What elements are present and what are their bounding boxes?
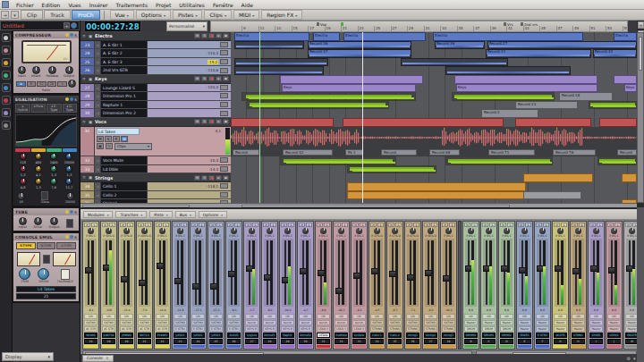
fader[interactable] (335, 239, 347, 307)
track-row-23[interactable]: 23◁A. E Gtr 1 (80, 41, 231, 50)
io-button[interactable]: I/O (554, 314, 567, 319)
clip-record-18[interactable]: Record 18 (559, 92, 613, 101)
eq-freq-knob-high[interactable]: 20000 (62, 153, 77, 164)
menu-item-vues[interactable]: Vues (64, 1, 84, 9)
solo-button[interactable]: S (109, 223, 115, 227)
drywet-knob[interactable] (68, 80, 76, 88)
solo-button[interactable]: S (306, 223, 312, 227)
fader[interactable] (103, 239, 114, 307)
eq-band-chip-low[interactable] (15, 148, 30, 152)
io-button[interactable]: I/O (317, 314, 330, 319)
track-row-28[interactable]: 28◁Dimension Pro 1 (80, 92, 231, 101)
solo-icon[interactable]: S (74, 210, 77, 215)
console-type-button-a-type[interactable]: A-TYPE (56, 242, 76, 249)
channel-strip-21[interactable]: MSP 100% G-7,4I/OGATNOAC GTR9073 b21 (136, 221, 153, 349)
solo-button[interactable]: S (201, 76, 208, 81)
channel-strip-34[interactable]: MSP 17% G-4,5I/OGATNOSTRINGCello 134 (369, 221, 386, 349)
solo-button[interactable]: S (449, 223, 455, 227)
mute-button[interactable]: M (554, 223, 560, 227)
console-tab[interactable]: Console× (82, 355, 114, 362)
pan-knob[interactable] (539, 228, 546, 234)
insert-slot[interactable]: Aucun (281, 320, 294, 325)
track-row-expanded-31[interactable]: 31Ld Takes-4,1MSRW▦✎Clips▾ (80, 127, 231, 157)
solo-button[interactable]: S (216, 223, 223, 227)
preset-icon[interactable] (65, 235, 69, 239)
insert-slot[interactable]: Master (518, 320, 531, 325)
output-slot[interactable]: AC GTR (84, 326, 97, 332)
archive-button[interactable]: ▸ (216, 175, 222, 181)
solo-button[interactable]: S (360, 223, 366, 227)
insert-slot[interactable]: Master (554, 320, 567, 325)
bus-strip-E[interactable]: MSP 0% C0,0I/OMasterMasterBSSESE (516, 221, 533, 349)
eq-lp-knob[interactable]: 20000 (65, 192, 75, 204)
close-icon[interactable]: × (106, 355, 109, 361)
clip-record-32[interactable]: Record 32 (593, 49, 637, 58)
eq-icon[interactable] (2, 46, 11, 55)
clip[interactable] (231, 118, 334, 127)
solo-button[interactable]: S (507, 223, 513, 227)
scrollbar-thumb[interactable] (639, 37, 642, 71)
ratio-button-8[interactable]: 8 (27, 81, 37, 87)
insert-slot[interactable]: Aucun (263, 320, 276, 325)
track-row-33[interactable]: 33◁Ld Dble-14,3 (80, 165, 231, 174)
channel-strip-24[interactable]: MSP 0% C-17,1I/OGATNOE GTR2JLEGt224 (190, 221, 207, 349)
console-knob-drive[interactable]: DRIVE (38, 268, 49, 283)
record-button[interactable]: ● (208, 119, 215, 124)
channel-strip-35[interactable]: MSP 17% D-6,7I/OGATNOSTRINGCello 235 (386, 221, 403, 349)
solo-button[interactable]: S (181, 223, 187, 227)
freeze-button[interactable]: ▪ (223, 119, 229, 124)
io-button[interactable]: I/O (209, 314, 223, 319)
solo-button[interactable]: S (413, 223, 419, 227)
mute-button[interactable]: M (245, 223, 251, 227)
io-button[interactable]: I/O (518, 314, 531, 319)
vertical-scrollbar[interactable] (637, 32, 644, 203)
take-lane-clip-record[interactable]: Record (233, 149, 259, 156)
tube-type-switch[interactable] (66, 219, 73, 228)
playhead-marker[interactable] (341, 21, 344, 27)
output-slot[interactable]: Master (536, 326, 549, 332)
channel-strip-30[interactable]: MSP 0% C-4,7I/OAucunKEYS BDmnsP230 (297, 221, 314, 349)
io-button[interactable]: I/O (263, 314, 276, 319)
insert-slot[interactable]: GATNO (174, 320, 187, 325)
solo-button[interactable]: S (489, 223, 496, 227)
insert-slot[interactable]: Master (482, 320, 496, 325)
take-lane-clip-record-42[interactable]: Record 42 (283, 149, 333, 156)
channel-strip-28[interactable]: MSP 0% C-9,2I/OAucunKEYS BDmnsP128 (261, 221, 278, 349)
compressor-knob-attack[interactable]: Attack (31, 66, 41, 78)
edit-icon[interactable]: ✎ (106, 143, 113, 149)
clip-electra[interactable]: Electra (343, 32, 426, 41)
channel-strip-26[interactable]: MSP 0% C-9,3I/OGATNOE GTR32ndVG26 (225, 221, 242, 349)
eq-q-knob-low[interactable]: 1,3 (15, 165, 30, 177)
channel-strip-38[interactable]: MSP 0% C-10,2I/OGATNOSTRINGString338 (440, 221, 457, 349)
menu-item-traitements[interactable]: Traitements (113, 1, 151, 9)
channel-strip-18[interactable]: MSP 0% C-6,2I/OGATNOAC GTRN100018 (82, 221, 99, 349)
io-button[interactable]: I/O (464, 314, 478, 319)
clip[interactable] (452, 92, 555, 101)
clip[interactable] (347, 165, 436, 174)
clip[interactable] (589, 101, 637, 110)
insert-slot[interactable]: Master (572, 320, 585, 325)
solo-icon[interactable]: S (74, 33, 77, 38)
pan-knob[interactable] (445, 228, 452, 234)
pan-knob[interactable] (320, 228, 326, 234)
mute-button[interactable]: M (625, 223, 631, 227)
menu-item-utilitaires[interactable]: Utilitaires (175, 1, 208, 9)
rack-power-button[interactable] (71, 22, 77, 29)
pan-knob[interactable] (504, 228, 510, 234)
bus-strip-F[interactable]: MSP 0% C0,0I/OMasterMasterE.GTRSF (534, 221, 551, 349)
clip-electra[interactable]: Electra (433, 32, 583, 41)
io-button[interactable]: I/O (424, 314, 437, 319)
fx-button[interactable] (220, 93, 228, 98)
take-lane-clip-record-71[interactable]: Record 71 (488, 149, 535, 156)
fader[interactable] (121, 239, 132, 307)
solo-button[interactable]: S (105, 136, 112, 142)
clip-record-36[interactable]: Record 36 (308, 41, 411, 50)
eq-freq-knob-hmf[interactable]: 2400 (47, 153, 62, 164)
ratio-button-12[interactable]: 12 (37, 81, 47, 87)
solo-button[interactable]: S (201, 33, 208, 38)
mute-button[interactable]: M (191, 223, 198, 227)
mute-button[interactable]: M (388, 223, 394, 227)
mute-button[interactable]: M (102, 223, 108, 227)
trackview-menu-midi[interactable]: MIDI▾ (233, 10, 259, 20)
record-button[interactable]: ● (208, 76, 215, 81)
